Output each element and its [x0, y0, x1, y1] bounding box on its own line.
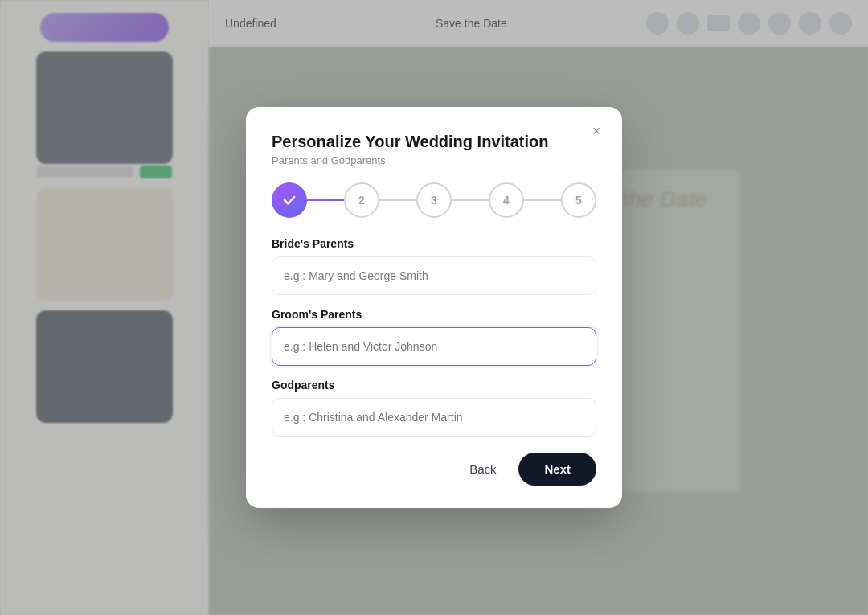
modal-subtitle: Parents and Godparents [272, 154, 596, 166]
step-4[interactable]: 4 [489, 182, 524, 218]
grooms-parents-label: Groom's Parents [272, 308, 596, 321]
grooms-parents-input[interactable] [272, 327, 596, 366]
godparents-label: Godparents [272, 379, 596, 392]
step-1[interactable] [272, 182, 307, 218]
checkmark-icon [281, 192, 297, 208]
modal-title: Personalize Your Wedding Invitation [272, 133, 596, 151]
step-3[interactable]: 3 [416, 182, 452, 218]
godparents-input[interactable] [272, 398, 596, 437]
step-line-2 [379, 199, 416, 201]
modal-dialog: × Personalize Your Wedding Invitation Pa… [246, 107, 622, 508]
step-2[interactable]: 2 [344, 182, 379, 218]
close-icon: × [592, 123, 601, 140]
close-button[interactable]: × [585, 120, 608, 142]
step-line-3 [452, 199, 489, 201]
back-button[interactable]: Back [457, 454, 509, 484]
grooms-parents-group: Groom's Parents [272, 308, 596, 366]
modal-overlay: × Personalize Your Wedding Invitation Pa… [0, 0, 868, 615]
modal-footer: Back Next [272, 453, 596, 486]
brides-parents-input[interactable] [272, 256, 596, 295]
next-button[interactable]: Next [518, 453, 596, 486]
brides-parents-label: Bride's Parents [272, 237, 596, 250]
brides-parents-group: Bride's Parents [272, 237, 596, 295]
step-indicator: 2 3 4 5 [272, 182, 596, 218]
godparents-group: Godparents [272, 379, 596, 437]
step-5[interactable]: 5 [561, 182, 596, 218]
step-line-4 [524, 199, 561, 201]
step-line-1 [307, 199, 344, 201]
